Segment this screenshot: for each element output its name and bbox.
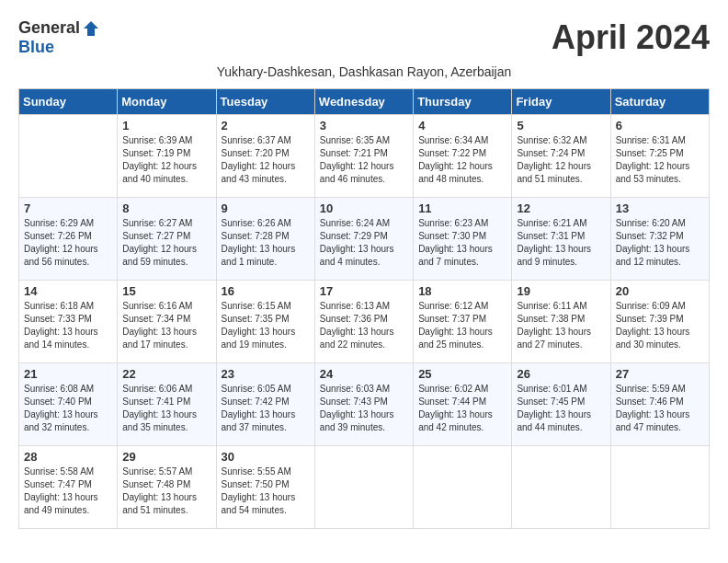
calendar-cell: [19, 115, 118, 198]
cell-info: Sunrise: 6:02 AM Sunset: 7:44 PM Dayligh…: [418, 383, 506, 434]
calendar-week-row: 1Sunrise: 6:39 AM Sunset: 7:19 PM Daylig…: [19, 115, 710, 198]
cell-info: Sunrise: 6:16 AM Sunset: 7:34 PM Dayligh…: [122, 300, 210, 351]
cell-info: Sunrise: 6:23 AM Sunset: 7:30 PM Dayligh…: [418, 217, 506, 269]
day-number: 19: [517, 284, 605, 298]
calendar-cell: 7Sunrise: 6:29 AM Sunset: 7:26 PM Daylig…: [19, 198, 118, 281]
cell-info: Sunrise: 6:12 AM Sunset: 7:37 PM Dayligh…: [418, 300, 506, 351]
cell-info: Sunrise: 5:55 AM Sunset: 7:50 PM Dayligh…: [222, 465, 310, 517]
day-number: 7: [24, 201, 112, 215]
day-number: 4: [418, 119, 506, 132]
calendar-cell: 29Sunrise: 5:57 AM Sunset: 7:48 PM Dayli…: [118, 446, 216, 529]
column-header-monday: Monday: [118, 89, 216, 115]
day-number: 22: [122, 367, 210, 381]
day-number: 12: [517, 201, 605, 215]
day-number: 26: [517, 367, 605, 381]
calendar-cell: 30Sunrise: 5:55 AM Sunset: 7:50 PM Dayli…: [216, 446, 314, 529]
cell-info: Sunrise: 5:58 AM Sunset: 7:47 PM Dayligh…: [24, 465, 112, 517]
calendar-table: SundayMondayTuesdayWednesdayThursdayFrid…: [18, 88, 710, 529]
cell-info: Sunrise: 6:31 AM Sunset: 7:25 PM Dayligh…: [616, 134, 704, 186]
day-number: 8: [122, 201, 210, 215]
calendar-cell: 20Sunrise: 6:09 AM Sunset: 7:39 PM Dayli…: [610, 281, 709, 363]
day-number: 25: [418, 367, 506, 381]
calendar-cell: 8Sunrise: 6:27 AM Sunset: 7:27 PM Daylig…: [118, 198, 216, 281]
calendar-cell: 19Sunrise: 6:11 AM Sunset: 7:38 PM Dayli…: [512, 281, 610, 363]
calendar-cell: 25Sunrise: 6:02 AM Sunset: 7:44 PM Dayli…: [414, 363, 512, 446]
calendar-cell: 22Sunrise: 6:06 AM Sunset: 7:41 PM Dayli…: [118, 363, 216, 446]
calendar-cell: [512, 446, 610, 529]
page-header: General Blue April 2024: [18, 18, 710, 57]
day-number: 23: [222, 367, 310, 381]
day-number: 11: [418, 201, 506, 215]
day-number: 3: [320, 119, 408, 132]
day-number: 24: [320, 367, 408, 381]
calendar-cell: 21Sunrise: 6:08 AM Sunset: 7:40 PM Dayli…: [19, 363, 118, 446]
calendar-cell: 18Sunrise: 6:12 AM Sunset: 7:37 PM Dayli…: [414, 281, 512, 363]
calendar-cell: 24Sunrise: 6:03 AM Sunset: 7:43 PM Dayli…: [314, 363, 413, 446]
cell-info: Sunrise: 5:57 AM Sunset: 7:48 PM Dayligh…: [122, 465, 210, 517]
day-number: 10: [320, 201, 408, 215]
day-number: 20: [616, 284, 704, 298]
calendar-cell: 28Sunrise: 5:58 AM Sunset: 7:47 PM Dayli…: [19, 446, 118, 529]
day-number: 17: [320, 284, 408, 298]
calendar-week-row: 28Sunrise: 5:58 AM Sunset: 7:47 PM Dayli…: [19, 446, 710, 529]
calendar-cell: 13Sunrise: 6:20 AM Sunset: 7:32 PM Dayli…: [610, 198, 709, 281]
calendar-body: 1Sunrise: 6:39 AM Sunset: 7:19 PM Daylig…: [19, 115, 710, 529]
day-number: 5: [517, 119, 605, 132]
cell-info: Sunrise: 6:09 AM Sunset: 7:39 PM Dayligh…: [616, 300, 704, 351]
calendar-cell: 1Sunrise: 6:39 AM Sunset: 7:19 PM Daylig…: [118, 115, 216, 198]
column-header-saturday: Saturday: [610, 89, 709, 115]
cell-info: Sunrise: 6:05 AM Sunset: 7:42 PM Dayligh…: [222, 383, 310, 434]
cell-info: Sunrise: 6:18 AM Sunset: 7:33 PM Dayligh…: [24, 300, 112, 351]
calendar-cell: 17Sunrise: 6:13 AM Sunset: 7:36 PM Dayli…: [314, 281, 413, 363]
calendar-cell: [314, 446, 413, 529]
day-number: 28: [24, 450, 112, 464]
cell-info: Sunrise: 6:35 AM Sunset: 7:21 PM Dayligh…: [320, 134, 408, 186]
cell-info: Sunrise: 6:06 AM Sunset: 7:41 PM Dayligh…: [122, 383, 210, 434]
cell-info: Sunrise: 6:11 AM Sunset: 7:38 PM Dayligh…: [517, 300, 605, 351]
calendar-week-row: 21Sunrise: 6:08 AM Sunset: 7:40 PM Dayli…: [19, 363, 710, 446]
calendar-cell: 11Sunrise: 6:23 AM Sunset: 7:30 PM Dayli…: [414, 198, 512, 281]
calendar-cell: 6Sunrise: 6:31 AM Sunset: 7:25 PM Daylig…: [610, 115, 709, 198]
cell-info: Sunrise: 6:26 AM Sunset: 7:28 PM Dayligh…: [222, 217, 310, 269]
cell-info: Sunrise: 6:15 AM Sunset: 7:35 PM Dayligh…: [222, 300, 310, 351]
day-number: 16: [222, 284, 310, 298]
day-number: 18: [418, 284, 506, 298]
cell-info: Sunrise: 6:34 AM Sunset: 7:22 PM Dayligh…: [418, 134, 506, 186]
month-title: April 2024: [552, 18, 710, 57]
day-number: 1: [122, 119, 210, 132]
calendar-cell: 5Sunrise: 6:32 AM Sunset: 7:24 PM Daylig…: [512, 115, 610, 198]
calendar-cell: 15Sunrise: 6:16 AM Sunset: 7:34 PM Dayli…: [118, 281, 216, 363]
cell-info: Sunrise: 6:27 AM Sunset: 7:27 PM Dayligh…: [122, 217, 210, 269]
column-header-tuesday: Tuesday: [216, 89, 314, 115]
cell-info: Sunrise: 6:13 AM Sunset: 7:36 PM Dayligh…: [320, 300, 408, 351]
column-header-friday: Friday: [512, 89, 610, 115]
logo-general-text: General: [18, 18, 80, 38]
day-number: 27: [616, 367, 704, 381]
day-number: 2: [222, 119, 310, 132]
cell-info: Sunrise: 6:29 AM Sunset: 7:26 PM Dayligh…: [24, 217, 112, 269]
cell-info: Sunrise: 6:37 AM Sunset: 7:20 PM Dayligh…: [222, 134, 310, 186]
calendar-cell: 14Sunrise: 6:18 AM Sunset: 7:33 PM Dayli…: [19, 281, 118, 363]
cell-info: Sunrise: 6:01 AM Sunset: 7:45 PM Dayligh…: [517, 383, 605, 434]
calendar-cell: 2Sunrise: 6:37 AM Sunset: 7:20 PM Daylig…: [216, 115, 314, 198]
calendar-week-row: 14Sunrise: 6:18 AM Sunset: 7:33 PM Dayli…: [19, 281, 710, 363]
calendar-cell: 23Sunrise: 6:05 AM Sunset: 7:42 PM Dayli…: [216, 363, 314, 446]
logo-icon: [82, 19, 100, 38]
logo-blue-text: Blue: [18, 38, 54, 57]
cell-info: Sunrise: 6:24 AM Sunset: 7:29 PM Dayligh…: [320, 217, 408, 269]
cell-info: Sunrise: 6:03 AM Sunset: 7:43 PM Dayligh…: [320, 383, 408, 434]
calendar-cell: 4Sunrise: 6:34 AM Sunset: 7:22 PM Daylig…: [414, 115, 512, 198]
calendar-cell: [414, 446, 512, 529]
calendar-cell: 9Sunrise: 6:26 AM Sunset: 7:28 PM Daylig…: [216, 198, 314, 281]
calendar-cell: 16Sunrise: 6:15 AM Sunset: 7:35 PM Dayli…: [216, 281, 314, 363]
column-header-thursday: Thursday: [414, 89, 512, 115]
logo: General Blue: [18, 18, 100, 57]
day-number: 21: [24, 367, 112, 381]
column-header-sunday: Sunday: [19, 89, 118, 115]
day-number: 13: [616, 201, 704, 215]
cell-info: Sunrise: 6:08 AM Sunset: 7:40 PM Dayligh…: [24, 383, 112, 434]
cell-info: Sunrise: 5:59 AM Sunset: 7:46 PM Dayligh…: [616, 383, 704, 434]
calendar-header-row: SundayMondayTuesdayWednesdayThursdayFrid…: [19, 89, 710, 115]
calendar-cell: 12Sunrise: 6:21 AM Sunset: 7:31 PM Dayli…: [512, 198, 610, 281]
calendar-cell: 3Sunrise: 6:35 AM Sunset: 7:21 PM Daylig…: [314, 115, 413, 198]
